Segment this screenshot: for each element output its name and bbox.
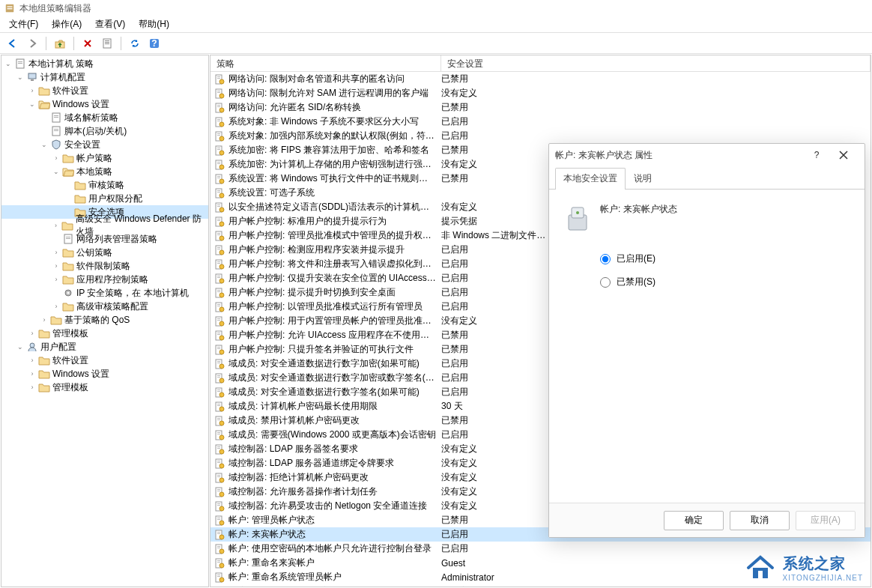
policy-item-icon <box>211 330 228 341</box>
tree-item-security-settings[interactable]: ⌄ 安全设置 <box>1 138 208 151</box>
apply-button[interactable]: 应用(A) <box>796 511 856 530</box>
tree-item-software-restriction[interactable]: › 软件限制策略 <box>1 259 208 273</box>
policy-row[interactable]: 网络访问: 限制允许对 SAM 进行远程调用的客户端 没有定义 <box>211 86 871 100</box>
tree-toggle-icon[interactable]: › <box>39 315 49 325</box>
tree-item-audit-policy[interactable]: 审核策略 <box>1 178 208 192</box>
tree-item-computer-config[interactable]: ⌄ 计算机配置 <box>1 70 208 84</box>
tree-item-app-control[interactable]: › 应用程序控制策略 <box>1 273 208 286</box>
menu-file[interactable]: 文件(F) <box>3 16 44 32</box>
cancel-button[interactable]: 取消 <box>730 511 790 530</box>
tree-item-u-software[interactable]: › 软件设置 <box>1 354 208 367</box>
policy-name: 域成员: 对安全通道数据进行数字加密(如果可能) <box>228 357 441 370</box>
tree-item-windows-settings[interactable]: ⌄ Windows 设置 <box>1 97 208 111</box>
tree-item-public-key[interactable]: › 公钥策略 <box>1 246 208 259</box>
policy-row[interactable]: 帐户: 阻止 Microsoft 帐户 没有定义 <box>211 584 871 587</box>
tree-item-scripts[interactable]: 脚本(启动/关机) <box>1 124 208 138</box>
tree-item-name-resolution[interactable]: 域名解析策略 <box>1 111 208 124</box>
folder-icon <box>62 234 74 244</box>
up-button[interactable] <box>52 35 68 52</box>
tree-toggle-icon[interactable]: › <box>27 382 37 392</box>
tree-toggle-icon[interactable] <box>63 207 73 217</box>
column-setting[interactable]: 安全设置 <box>441 55 871 71</box>
svg-rect-53 <box>217 163 220 164</box>
radio-enabled-input[interactable] <box>600 254 611 264</box>
tree-item-user-rights[interactable]: 用户权限分配 <box>1 192 208 205</box>
policy-row[interactable]: 系统对象: 加强内部系统对象的默认权限(例如，符号链接) 已启用 <box>211 129 871 143</box>
tree-item-u-windows[interactable]: › Windows 设置 <box>1 367 208 381</box>
menu-action[interactable]: 操作(A) <box>46 16 88 32</box>
folder-icon <box>62 274 74 285</box>
dialog-close-button[interactable] <box>829 145 859 166</box>
tree-toggle-icon[interactable] <box>63 180 73 190</box>
policy-item-icon <box>211 88 228 99</box>
tree-toggle-icon[interactable]: › <box>27 85 37 96</box>
column-policy[interactable]: 策略 <box>211 55 441 71</box>
properties-button[interactable] <box>99 35 115 52</box>
policy-setting: 没有定义 <box>441 585 871 587</box>
tab-explain[interactable]: 说明 <box>626 168 660 190</box>
svg-rect-16 <box>54 115 58 116</box>
menu-help[interactable]: 帮助(H) <box>133 16 175 32</box>
svg-rect-57 <box>217 178 220 178</box>
tree-toggle-icon[interactable]: › <box>51 220 61 231</box>
tree-item-advanced-audit[interactable]: › 高级审核策略配置 <box>1 300 208 313</box>
tree-pane[interactable]: ⌄ 本地计算机 策略 ⌄ 计算机配置 › 软件设置 ⌄ Windows 设置 域… <box>1 55 209 587</box>
tree-toggle-icon[interactable]: › <box>27 369 37 379</box>
radio-disabled[interactable]: 已禁用(S) <box>600 276 848 288</box>
policy-row[interactable]: 系统对象: 非 Windows 子系统不要求区分大小写 已启用 <box>211 115 871 129</box>
folder-icon <box>62 288 74 298</box>
tree-toggle-icon[interactable] <box>51 234 61 244</box>
policy-row[interactable]: 网络访问: 限制对命名管道和共享的匿名访问 已禁用 <box>211 72 871 86</box>
tree-toggle-icon[interactable]: ⌄ <box>27 99 37 109</box>
policy-row[interactable]: 网络访问: 允许匿名 SID/名称转换 已禁用 <box>211 100 871 115</box>
tree-toggle-icon[interactable]: ⌄ <box>51 166 61 177</box>
tree-item-admin-templates[interactable]: › 管理模板 <box>1 327 208 340</box>
tree-toggle-icon[interactable]: ⌄ <box>15 72 25 82</box>
tab-local-security[interactable]: 本地安全设置 <box>555 168 626 190</box>
tree-toggle-icon[interactable] <box>63 193 73 204</box>
tree-toggle-icon[interactable]: ⌄ <box>15 342 25 352</box>
tree-item-defender-firewall[interactable]: › 高级安全 Windows Defender 防火墙 <box>1 219 208 232</box>
policy-item-icon <box>211 530 228 540</box>
back-button[interactable] <box>4 35 21 52</box>
delete-button[interactable] <box>79 35 96 52</box>
tree-item-root[interactable]: ⌄ 本地计算机 策略 <box>1 57 208 70</box>
tree-toggle-icon[interactable]: › <box>51 153 61 163</box>
svg-rect-157 <box>217 533 220 534</box>
tree-toggle-icon[interactable]: › <box>27 328 37 339</box>
policy-item-icon <box>211 245 228 255</box>
radio-disabled-input[interactable] <box>600 277 611 288</box>
svg-rect-179 <box>758 571 763 578</box>
tree-toggle-icon[interactable]: › <box>51 301 61 312</box>
tree-item-user-config[interactable]: ⌄ 用户配置 <box>1 340 208 354</box>
forward-button[interactable] <box>24 35 40 52</box>
refresh-button[interactable] <box>127 35 143 52</box>
tree-item-software-settings[interactable]: › 软件设置 <box>1 84 208 97</box>
svg-rect-49 <box>217 149 220 150</box>
tree-toggle-icon[interactable]: › <box>51 247 61 258</box>
tree-toggle-icon[interactable] <box>39 126 49 136</box>
tree-item-policy-qos[interactable]: › 基于策略的 QoS <box>1 313 208 327</box>
ok-button[interactable]: 确定 <box>664 511 724 530</box>
tree-toggle-icon[interactable] <box>39 112 49 123</box>
dialog-help-button[interactable]: ? <box>805 150 829 160</box>
tree-toggle-icon[interactable]: ⌄ <box>3 58 13 69</box>
tree-toggle-icon[interactable]: › <box>51 261 61 271</box>
tree-item-local-policies[interactable]: ⌄ 本地策略 <box>1 165 208 178</box>
tree-toggle-icon[interactable] <box>51 288 61 298</box>
svg-rect-133 <box>217 448 220 449</box>
radio-enabled[interactable]: 已启用(E) <box>600 252 848 265</box>
tree-toggle-icon[interactable]: › <box>27 355 37 366</box>
tree-toggle-icon[interactable]: › <box>51 274 61 285</box>
help-button[interactable]: ? <box>146 35 163 52</box>
policy-item-icon <box>211 387 228 398</box>
tree-toggle-icon[interactable]: ⌄ <box>39 139 49 150</box>
tree-item-ip-security[interactable]: IP 安全策略，在 本地计算机 <box>1 286 208 300</box>
svg-rect-144 <box>217 489 220 490</box>
menu-view[interactable]: 查看(V) <box>89 16 131 32</box>
folder-icon <box>62 247 74 258</box>
dialog-titlebar[interactable]: 帐户: 来宾帐户状态 属性 ? <box>549 144 865 166</box>
tree-item-u-templates[interactable]: › 管理模板 <box>1 381 208 394</box>
policy-item-icon <box>211 444 228 455</box>
tree-item-account-policies[interactable]: › 帐户策略 <box>1 151 208 165</box>
